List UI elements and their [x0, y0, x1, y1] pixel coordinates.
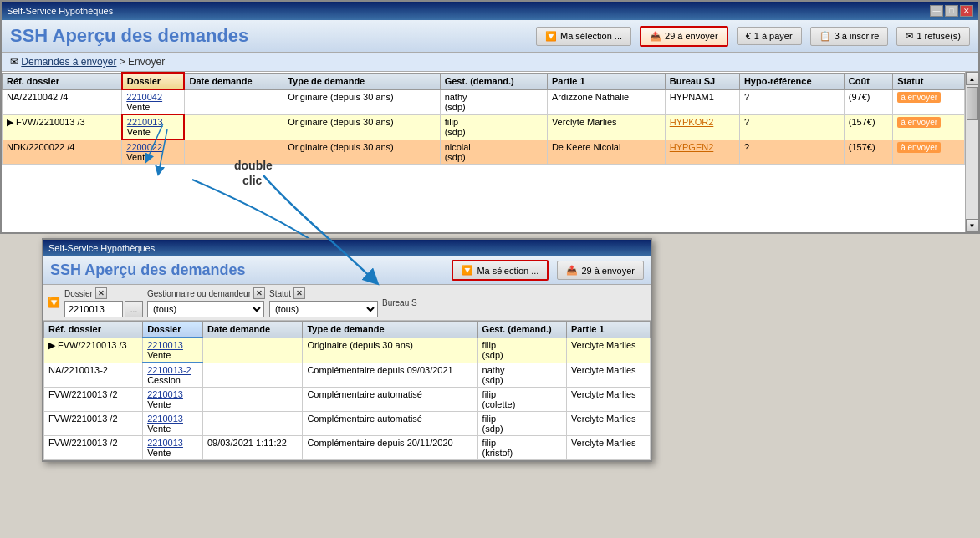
sub-col-type: Type de demande: [303, 322, 477, 338]
dossier-filter-btn[interactable]: ...: [125, 301, 143, 317]
cell-dossier[interactable]: 2210013 Vente: [122, 114, 185, 140]
clear-gestionnaire-btn[interactable]: ✕: [253, 287, 265, 299]
sub-cell-dossier[interactable]: 2210013 Vente: [143, 338, 203, 363]
scroll-thumb[interactable]: [967, 87, 978, 120]
sub-col-partie1: Partie 1: [566, 322, 650, 338]
col-gest: Gest. (demand.): [440, 73, 547, 89]
sub-dossier-link[interactable]: 2210013-2: [147, 365, 191, 375]
scrollbar[interactable]: ▲ ▼: [965, 72, 978, 232]
dossier-type: Vente: [127, 127, 151, 137]
cell-partie1: De Keere Nicolai: [547, 140, 665, 165]
cell-dossier[interactable]: 2210042 Vente: [122, 89, 185, 114]
sub-dossier-type: Vente: [147, 448, 171, 458]
clear-dossier-btn[interactable]: ✕: [95, 287, 107, 299]
a-inscrire-label: 3 à inscrire: [835, 31, 880, 41]
cell-cout: (157€): [844, 114, 892, 140]
sub-table-row[interactable]: FVW/2210013 /2 2210013 Vente 09/03/2021 …: [44, 436, 651, 460]
send-icon: 📤: [650, 31, 661, 42]
sub-table-row[interactable]: ▶ FVW/2210013 /3 2210013 Vente Originair…: [44, 338, 651, 363]
cell-dossier[interactable]: 2200022 Vente: [122, 140, 185, 165]
sub-table-row[interactable]: NA/2210013-2 2210013-2 Cession Complémen…: [44, 363, 651, 388]
cell-gest: nathy(sdp): [440, 89, 547, 114]
scroll-up-btn[interactable]: ▲: [966, 72, 979, 85]
sub-cell-dossier[interactable]: 2210013 Vente: [143, 412, 203, 436]
filter-bureau-label: Bureau S: [382, 298, 417, 307]
statut-label-text: Statut: [269, 289, 291, 298]
dossier-link[interactable]: 2200022: [126, 142, 162, 152]
dossier-link[interactable]: 2210013: [127, 117, 163, 127]
mail-icon: ✉: [906, 31, 913, 42]
sub-cell-gest: filip(kristof): [477, 436, 566, 460]
cell-cout: (157€): [844, 140, 892, 165]
main-table-scroll: Réf. dossier Dossier Date demande Type d…: [2, 72, 965, 232]
maximize-btn[interactable]: □: [945, 5, 958, 17]
cell-ref: NA/2210042 /4: [3, 89, 122, 114]
sub-dossier-link[interactable]: 2210013: [147, 340, 183, 350]
sub-cell-gest: filip(sdp): [477, 338, 566, 363]
sub-cell-date: [202, 363, 302, 388]
sub-dossier-type: Vente: [147, 424, 171, 434]
sub-cell-dossier[interactable]: 2210013-2 Cession: [143, 363, 203, 388]
sub-table-row[interactable]: FVW/2210013 /2 2210013 Vente Complémenta…: [44, 388, 651, 412]
refuse-btn[interactable]: ✉ 1 refusé(s): [896, 27, 970, 46]
a-payer-btn[interactable]: € 1 à payer: [737, 27, 802, 45]
sub-cell-dossier[interactable]: 2210013 Vente: [143, 388, 203, 412]
sub-cell-type: Complémentaire automatisé: [303, 412, 477, 436]
sub-col-gest: Gest. (demand.): [477, 322, 566, 338]
minimize-btn[interactable]: —: [930, 5, 943, 17]
filter-statut-label: Statut ✕: [269, 287, 378, 299]
sub-filter-icon: 🔽: [462, 265, 473, 276]
dossier-link[interactable]: 2210042: [126, 92, 162, 102]
sub-cell-gest: nathy(sdp): [477, 363, 566, 388]
sub-cell-dossier[interactable]: 2210013 Vente: [143, 436, 203, 460]
sub-table-row[interactable]: FVW/2210013 /2 2210013 Vente Complémenta…: [44, 412, 651, 436]
cell-statut: à envoyer: [893, 89, 965, 114]
breadcrumb-link[interactable]: Demandes à envoyer: [21, 56, 116, 68]
sub-dossier-link[interactable]: 2210013: [147, 438, 183, 448]
sub-cell-ref: ▶ FVW/2210013 /3: [44, 338, 143, 363]
sub-cell-ref: FVW/2210013 /2: [44, 412, 143, 436]
cell-gest: filip(sdp): [440, 114, 547, 140]
sub-dossier-link[interactable]: 2210013: [147, 389, 183, 399]
ma-selection-btn[interactable]: 🔽 Ma sélection ...: [536, 27, 631, 46]
table-row[interactable]: ▶ FVW/2210013 /3 2210013 Vente Originair…: [3, 114, 965, 140]
cell-bureau: HYPGEN2: [665, 140, 739, 165]
col-cout: Coût: [844, 73, 892, 89]
statut-filter-select[interactable]: (tous): [269, 301, 378, 317]
a-inscrire-btn[interactable]: 📋 3 à inscrire: [810, 27, 889, 46]
sub-row-indicator: ▶: [48, 340, 55, 350]
sub-cell-date: [202, 338, 302, 363]
sub-col-ref: Réf. dossier: [44, 322, 143, 338]
scroll-down-btn[interactable]: ▼: [966, 219, 979, 232]
gestionnaire-filter-select[interactable]: (tous): [147, 301, 264, 317]
dossier-filter-input[interactable]: [64, 301, 123, 317]
filter-gestionnaire-input-row: (tous): [147, 301, 265, 317]
cell-date: [184, 140, 283, 165]
app-title-prefix: SSH: [10, 25, 48, 46]
sub-window-title: Self-Service Hypothèques: [48, 243, 155, 253]
col-ref-dossier: Réf. dossier: [3, 73, 122, 89]
sub-a-envoyer-btn[interactable]: 📤 29 à envoyer: [557, 261, 644, 280]
main-data-table: Réf. dossier Dossier Date demande Type d…: [2, 72, 965, 165]
table-row[interactable]: NA/2210042 /4 2210042 Vente Originaire (…: [3, 89, 965, 114]
sub-ma-selection-btn[interactable]: 🔽 Ma sélection ...: [452, 260, 549, 281]
sub-col-dossier: Dossier: [143, 322, 203, 338]
register-icon: 📋: [819, 31, 831, 42]
ma-selection-label: Ma sélection ...: [560, 31, 622, 41]
sub-dossier-link[interactable]: 2210013: [147, 414, 183, 424]
breadcrumb-separator: >: [116, 56, 128, 68]
filter-dossier-input-row: ...: [64, 301, 143, 317]
clear-statut-btn[interactable]: ✕: [293, 287, 305, 299]
col-dossier[interactable]: Dossier: [122, 73, 185, 89]
window-controls: — □ ✕: [930, 5, 973, 17]
close-btn[interactable]: ✕: [960, 5, 973, 17]
a-envoyer-btn[interactable]: 📤 29 à envoyer: [640, 26, 728, 47]
sub-cell-partie1: Verclyte Marlies: [566, 412, 650, 436]
sub-dossier-type: Vente: [147, 350, 171, 360]
bureau-link[interactable]: HYPKOR2: [670, 117, 714, 127]
table-row[interactable]: NDK/2200022 /4 2200022 Vente Originaire …: [3, 140, 965, 165]
cell-statut: à envoyer: [893, 140, 965, 165]
bureau-link[interactable]: HYPGEN2: [670, 142, 714, 152]
sub-table-container: Réf. dossier Dossier Date demande Type d…: [43, 321, 651, 460]
cell-ref: NDK/2200022 /4: [3, 140, 122, 165]
